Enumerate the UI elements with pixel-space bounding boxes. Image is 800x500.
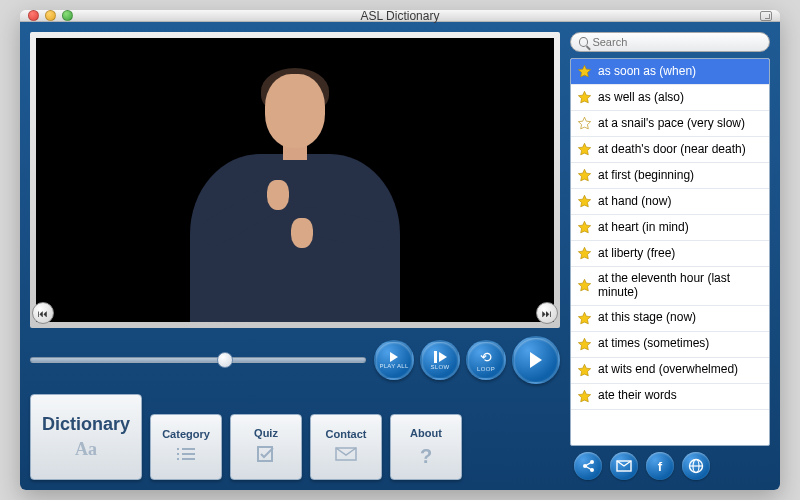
- word-item[interactable]: at the eleventh hour (last minute): [571, 267, 769, 306]
- app-body: ⏮ ⏭ PLAY ALL: [20, 22, 780, 490]
- star-icon[interactable]: [577, 168, 592, 183]
- tab-category-label: Category: [162, 428, 210, 440]
- svg-line-12: [585, 466, 592, 470]
- play-button[interactable]: [512, 336, 560, 384]
- tab-quiz[interactable]: Quiz: [230, 414, 302, 480]
- tab-contact-label: Contact: [326, 428, 367, 440]
- loop-button[interactable]: ⟲ LOOP: [466, 340, 506, 380]
- star-icon[interactable]: [577, 220, 592, 235]
- tab-contact[interactable]: Contact: [310, 414, 382, 480]
- svg-line-11: [585, 462, 592, 466]
- skip-forward-icon: ⏭: [542, 308, 552, 319]
- slow-icon: [434, 351, 447, 363]
- loop-icon: ⟲: [480, 349, 492, 365]
- tab-category[interactable]: Category: [150, 414, 222, 480]
- word-label: at first (beginning): [598, 169, 763, 183]
- word-item[interactable]: at times (sometimes): [571, 332, 769, 358]
- slider-track: [30, 357, 366, 363]
- facebook-button[interactable]: f: [646, 452, 674, 480]
- svg-rect-6: [258, 447, 272, 461]
- star-icon[interactable]: [577, 389, 592, 404]
- tab-quiz-label: Quiz: [254, 427, 278, 439]
- word-item[interactable]: at heart (in mind): [571, 215, 769, 241]
- word-item[interactable]: as soon as (when): [571, 59, 769, 85]
- play-icon: [390, 352, 398, 362]
- word-label: as well as (also): [598, 91, 763, 105]
- share-row: f: [570, 452, 770, 480]
- word-item[interactable]: as well as (also): [571, 85, 769, 111]
- fullscreen-icon[interactable]: [760, 11, 772, 21]
- word-label: at the eleventh hour (last minute): [598, 272, 763, 300]
- star-icon[interactable]: [577, 337, 592, 352]
- tab-dictionary[interactable]: Dictionary Aa: [30, 394, 142, 480]
- facebook-icon: f: [658, 459, 662, 474]
- star-icon[interactable]: [577, 64, 592, 79]
- list-icon: [175, 446, 197, 466]
- word-item[interactable]: at first (beginning): [571, 163, 769, 189]
- star-icon[interactable]: [577, 246, 592, 261]
- search-icon: [579, 37, 588, 47]
- playback-controls: PLAY ALL SLOW ⟲ LOOP: [30, 336, 560, 384]
- next-video-button[interactable]: ⏭: [536, 302, 558, 324]
- dictionary-icon: Aa: [75, 439, 97, 460]
- word-item[interactable]: at this stage (now): [571, 306, 769, 332]
- checkbox-icon: [255, 445, 277, 467]
- star-icon[interactable]: [577, 90, 592, 105]
- right-column: as soon as (when)as well as (also)at a s…: [570, 32, 770, 480]
- star-icon[interactable]: [577, 311, 592, 326]
- titlebar: ASL Dictionary: [20, 10, 780, 22]
- word-list[interactable]: as soon as (when)as well as (also)at a s…: [570, 58, 770, 446]
- mail-button[interactable]: [610, 452, 638, 480]
- app-window: ASL Dictionary: [20, 10, 780, 490]
- star-icon[interactable]: [577, 363, 592, 378]
- video-frame: ⏮ ⏭: [30, 32, 560, 328]
- play-all-button[interactable]: PLAY ALL: [374, 340, 414, 380]
- tab-dictionary-label: Dictionary: [42, 414, 130, 435]
- search-field[interactable]: [570, 32, 770, 52]
- left-column: ⏮ ⏭ PLAY ALL: [30, 32, 560, 480]
- word-label: at liberty (free): [598, 247, 763, 261]
- slider-knob[interactable]: [217, 352, 233, 368]
- bottom-tabs: Dictionary Aa Category Quiz Contact: [30, 394, 560, 480]
- word-label: at this stage (now): [598, 311, 763, 325]
- share-icon: [581, 459, 595, 473]
- signer-figure: [175, 62, 415, 322]
- mail-icon: [616, 460, 632, 472]
- video-player[interactable]: [36, 38, 554, 322]
- word-item[interactable]: at a snail's pace (very slow): [571, 111, 769, 137]
- window-title: ASL Dictionary: [20, 10, 780, 23]
- question-icon: ?: [420, 445, 432, 468]
- web-button[interactable]: [682, 452, 710, 480]
- word-label: at hand (now): [598, 195, 763, 209]
- play-all-label: PLAY ALL: [379, 363, 408, 369]
- word-label: at heart (in mind): [598, 221, 763, 235]
- word-item[interactable]: at death's door (near death): [571, 137, 769, 163]
- word-item[interactable]: at wits end (overwhelmed): [571, 358, 769, 384]
- word-label: ate their words: [598, 389, 763, 403]
- word-label: at times (sometimes): [598, 337, 763, 351]
- slow-button[interactable]: SLOW: [420, 340, 460, 380]
- star-icon[interactable]: [577, 142, 592, 157]
- tab-about-label: About: [410, 427, 442, 439]
- star-icon[interactable]: [577, 278, 592, 293]
- progress-slider[interactable]: [30, 351, 366, 369]
- share-button[interactable]: [574, 452, 602, 480]
- play-button-group: PLAY ALL SLOW ⟲ LOOP: [374, 336, 560, 384]
- word-label: at a snail's pace (very slow): [598, 117, 763, 131]
- star-icon[interactable]: [577, 116, 592, 131]
- slow-label: SLOW: [431, 364, 450, 370]
- word-item[interactable]: at hand (now): [571, 189, 769, 215]
- skip-back-icon: ⏮: [38, 308, 48, 319]
- word-item[interactable]: at liberty (free): [571, 241, 769, 267]
- word-item[interactable]: ate their words: [571, 384, 769, 410]
- tab-about[interactable]: About ?: [390, 414, 462, 480]
- globe-icon: [688, 458, 704, 474]
- word-label: at wits end (overwhelmed): [598, 363, 763, 377]
- star-icon[interactable]: [577, 194, 592, 209]
- word-label: at death's door (near death): [598, 143, 763, 157]
- loop-label: LOOP: [477, 366, 495, 372]
- word-label: as soon as (when): [598, 65, 763, 79]
- search-input[interactable]: [592, 36, 761, 48]
- prev-video-button[interactable]: ⏮: [32, 302, 54, 324]
- play-icon: [530, 352, 542, 368]
